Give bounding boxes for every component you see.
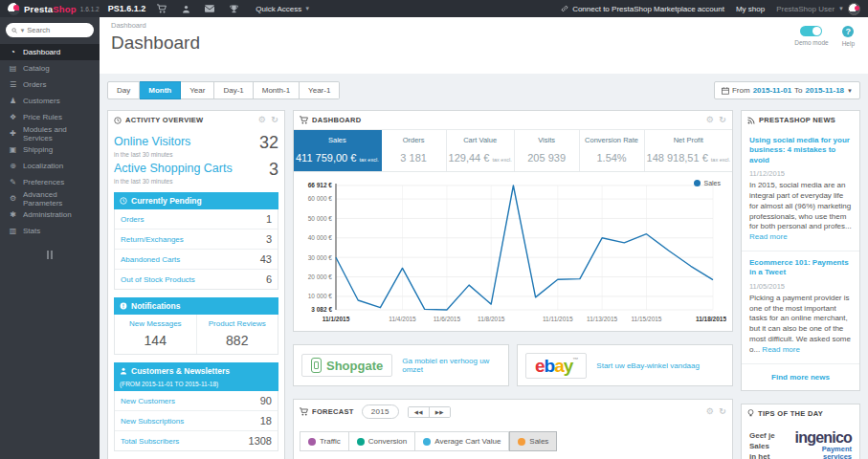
- bar-chart-icon: ▥: [9, 227, 17, 235]
- sidebar-item-modules[interactable]: ✚Modules and Services: [0, 125, 100, 142]
- read-more-link[interactable]: Read more: [762, 345, 800, 354]
- list-item[interactable]: Out of Stock Products6: [115, 270, 278, 289]
- legend-sales-button[interactable]: Sales: [509, 431, 557, 451]
- brand-version: 1.6.1.2: [80, 6, 100, 12]
- shop-version-tag: PS1.6.1.2: [108, 4, 146, 13]
- svg-text:11/8/2015: 11/8/2015: [478, 316, 505, 322]
- trophy-icon[interactable]: [226, 5, 241, 13]
- metric-tab-cart-value[interactable]: Cart Value129,44 € tax excl.: [447, 130, 515, 171]
- sales-dot-icon: [518, 438, 525, 446]
- list-item[interactable]: New Subscriptions18: [115, 411, 278, 431]
- filter-year-1-button[interactable]: Year-1: [300, 81, 340, 99]
- sidebar-collapse-button[interactable]: [0, 251, 100, 259]
- metric-tab-net-profit[interactable]: Net Profit148 918,51 € tax excl.: [645, 130, 732, 171]
- metric-tab-sales[interactable]: Sales411 759,00 € tax excl.: [294, 130, 382, 171]
- sidebar-item-preferences[interactable]: ✎Preferences: [0, 174, 100, 190]
- forecast-panel-title: FORECAST: [312, 407, 354, 416]
- help-button[interactable]: ? Help: [842, 26, 855, 47]
- search-icon: [11, 27, 17, 34]
- sidebar-item-advanced-parameters[interactable]: ⚙Advanced Parameters: [0, 190, 100, 207]
- legend-average-cart-value-button[interactable]: Average Cart Value: [415, 431, 509, 451]
- find-more-news-link[interactable]: Find more news: [742, 364, 859, 390]
- filter-month-1-button[interactable]: Month-1: [254, 81, 300, 99]
- previous-icon[interactable]: ◀◀: [409, 407, 430, 417]
- ebay-banner[interactable]: ebay™ Start uw eBay-winkel vandaag: [517, 344, 733, 386]
- breadcrumb[interactable]: Dashboard: [111, 21, 857, 30]
- link-icon: [561, 5, 568, 12]
- legend-conversion-button[interactable]: Conversion: [349, 431, 415, 451]
- customers-icon: [120, 367, 127, 375]
- activity-panel-title: ACTIVITY OVERVIEW: [125, 116, 204, 124]
- shopgate-banner[interactable]: Shopgate Ga mobiel en verhoog uw omzet: [293, 344, 509, 386]
- online-visitors-link[interactable]: Online Visitors: [114, 135, 190, 148]
- new-messages-cell[interactable]: New Messages144: [115, 315, 197, 354]
- list-item[interactable]: Return/Exchanges3: [115, 230, 278, 250]
- list-item[interactable]: Total Subscribers1308: [115, 431, 278, 450]
- news-article-title[interactable]: Ecommerce 101: Payments in a Tweet: [749, 258, 852, 278]
- read-more-link[interactable]: Read more: [749, 232, 788, 241]
- refresh-icon[interactable]: ↻: [271, 116, 278, 124]
- sidebar-item-shipping[interactable]: ▣Shipping: [0, 142, 100, 158]
- wrench-icon: ✎: [9, 178, 17, 186]
- sidebar-item-orders[interactable]: ☰Orders: [0, 76, 100, 93]
- brand[interactable]: PrestaShop 1.6.1.2: [8, 3, 100, 15]
- svg-text:40 000 €: 40 000 €: [308, 234, 333, 241]
- chart-legend[interactable]: Sales: [694, 180, 721, 186]
- messages-icon[interactable]: [202, 5, 217, 12]
- date-range-picker[interactable]: From 2015-11-01 To 2015-11-18 ▼: [714, 81, 860, 99]
- filter-day-1-button[interactable]: Day-1: [214, 81, 253, 99]
- list-item[interactable]: Orders1: [115, 209, 278, 230]
- legend-traffic-button[interactable]: Traffic: [300, 431, 349, 451]
- period-button-group: Day Month Year Day-1 Month-1 Year-1: [107, 81, 340, 99]
- sidebar-item-customers[interactable]: ♟Customers: [0, 93, 100, 109]
- sidebar-item-localization[interactable]: ⊕Localization: [0, 158, 100, 174]
- page-header: Dashboard Dashboard Demo mode ? Help: [100, 17, 868, 74]
- gear-icon[interactable]: ⚙: [706, 116, 714, 124]
- notifications-header: Notifications: [114, 297, 278, 315]
- list-item[interactable]: New Customers90: [115, 391, 278, 411]
- user-menu[interactable]: PrestaShop User▼: [776, 3, 860, 15]
- news-article-excerpt: In 2015, social media are an integral pa…: [749, 181, 852, 230]
- forecast-year-select[interactable]: 2015: [362, 404, 399, 419]
- cart-icon[interactable]: [154, 4, 169, 13]
- refresh-icon[interactable]: ↻: [719, 407, 726, 416]
- gear-icon[interactable]: ⚙: [258, 116, 266, 124]
- sidebar-item-catalog[interactable]: ▤Catalog: [0, 60, 100, 76]
- metric-tab-visits[interactable]: Visits205 939: [515, 130, 580, 171]
- ingenico-logo: ingenico Paymentservices: [781, 430, 852, 459]
- refresh-icon[interactable]: ↻: [719, 116, 726, 124]
- forecast-panel: FORECAST 2015 ◀◀ ▶▶ ⚙↻ Traffic: [293, 399, 733, 459]
- sidebar-item-stats[interactable]: ▥Stats: [0, 223, 100, 239]
- filter-year-button[interactable]: Year: [181, 81, 214, 99]
- sidebar-search[interactable]: ▼: [6, 23, 94, 37]
- metric-tab-conversion-rate[interactable]: Conversion Rate1.54%: [580, 130, 645, 171]
- metric-tab-orders[interactable]: Orders3 181: [382, 130, 447, 171]
- list-item[interactable]: Abandoned Carts43: [115, 250, 278, 270]
- search-input[interactable]: [27, 26, 88, 34]
- notifications-grid: New Messages144 Product Reviews882: [114, 315, 278, 355]
- filter-month-button[interactable]: Month: [140, 81, 181, 99]
- metric-tabs: Sales411 759,00 € tax excl. Orders3 181 …: [294, 129, 732, 172]
- ebay-link[interactable]: Start uw eBay-winkel vandaag: [596, 361, 700, 370]
- tips-of-the-day-panel: TIPS OF THE DAY ingenico Paymentservices…: [741, 404, 860, 459]
- traffic-dot-icon: [308, 438, 316, 446]
- filter-day-button[interactable]: Day: [107, 81, 140, 99]
- product-reviews-cell[interactable]: Product Reviews882: [197, 315, 278, 354]
- demo-mode-toggle[interactable]: Demo mode: [794, 26, 828, 47]
- sidebar-item-administration[interactable]: ✱Administration: [0, 207, 100, 223]
- sidebar-item-price-rules[interactable]: ❖Price Rules: [0, 109, 100, 125]
- gear-icon[interactable]: ⚙: [706, 407, 714, 416]
- date-from: 2015-11-01: [753, 86, 791, 95]
- globe-icon: ⊕: [9, 162, 17, 170]
- active-carts-link[interactable]: Active Shopping Carts: [114, 162, 233, 175]
- next-icon[interactable]: ▶▶: [430, 407, 450, 417]
- news-article-title[interactable]: Using social media for your business: 4 …: [749, 136, 852, 165]
- toggle-on-icon[interactable]: [800, 26, 822, 36]
- sidebar-item-dashboard[interactable]: ◔Dashboard: [0, 44, 100, 60]
- marketplace-link[interactable]: Connect to PrestaShop Marketplace accoun…: [561, 5, 724, 13]
- shopgate-link[interactable]: Ga mobiel en verhoog uw omzet: [402, 357, 501, 374]
- news-article: Using social media for your business: 4 …: [742, 129, 859, 251]
- quick-access-menu[interactable]: Quick Access▼: [256, 5, 310, 13]
- my-shop-link[interactable]: My shop: [736, 5, 765, 13]
- customer-icon[interactable]: [178, 5, 193, 13]
